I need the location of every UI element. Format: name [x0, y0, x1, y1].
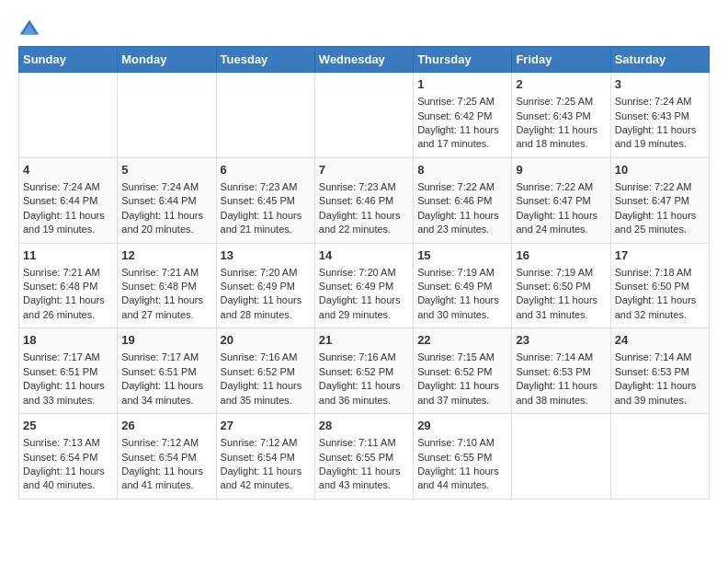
day-number: 10	[615, 162, 705, 178]
day-number: 11	[23, 247, 113, 264]
day-info: Sunrise: 7:22 AMSunset: 6:47 PMDaylight:…	[516, 180, 606, 237]
calendar-cell: 19Sunrise: 7:17 AMSunset: 6:51 PMDayligh…	[118, 328, 216, 414]
day-number: 26	[121, 418, 211, 434]
calendar-cell: 11Sunrise: 7:21 AMSunset: 6:48 PMDayligh…	[19, 243, 118, 328]
weekday-header-thursday: Thursday	[414, 47, 512, 73]
calendar-cell	[19, 73, 118, 158]
calendar-cell: 5Sunrise: 7:24 AMSunset: 6:44 PMDaylight…	[118, 157, 216, 243]
day-number: 5	[121, 162, 211, 178]
calendar-body: 1Sunrise: 7:25 AMSunset: 6:42 PMDaylight…	[19, 73, 710, 500]
day-info: Sunrise: 7:25 AMSunset: 6:43 PMDaylight:…	[516, 95, 606, 152]
day-info: Sunrise: 7:24 AMSunset: 6:44 PMDaylight:…	[121, 180, 211, 237]
calendar-cell: 10Sunrise: 7:22 AMSunset: 6:47 PMDayligh…	[610, 157, 709, 243]
calendar-cell: 15Sunrise: 7:19 AMSunset: 6:49 PMDayligh…	[414, 243, 512, 328]
day-number: 6	[221, 162, 311, 178]
day-info: Sunrise: 7:17 AMSunset: 6:51 PMDaylight:…	[23, 350, 113, 408]
day-number: 18	[23, 332, 113, 349]
day-number: 23	[516, 332, 606, 349]
day-info: Sunrise: 7:11 AMSunset: 6:55 PMDaylight:…	[319, 436, 409, 493]
day-number: 7	[319, 162, 409, 178]
calendar-week-row: 25Sunrise: 7:13 AMSunset: 6:54 PMDayligh…	[19, 414, 710, 500]
day-number: 3	[615, 76, 705, 93]
day-number: 22	[417, 332, 507, 349]
calendar-cell: 23Sunrise: 7:14 AMSunset: 6:53 PMDayligh…	[512, 328, 610, 414]
calendar-cell: 21Sunrise: 7:16 AMSunset: 6:52 PMDayligh…	[314, 328, 413, 414]
calendar-cell: 24Sunrise: 7:14 AMSunset: 6:53 PMDayligh…	[610, 328, 709, 414]
calendar-cell: 16Sunrise: 7:19 AMSunset: 6:50 PMDayligh…	[512, 243, 610, 328]
generalblue-logo-icon	[18, 18, 40, 37]
calendar-week-row: 1Sunrise: 7:25 AMSunset: 6:42 PMDaylight…	[19, 73, 710, 158]
calendar-cell: 2Sunrise: 7:25 AMSunset: 6:43 PMDaylight…	[512, 73, 610, 158]
calendar-cell: 28Sunrise: 7:11 AMSunset: 6:55 PMDayligh…	[314, 414, 413, 500]
day-number: 13	[221, 247, 311, 264]
calendar-week-row: 4Sunrise: 7:24 AMSunset: 6:44 PMDaylight…	[19, 157, 710, 243]
day-info: Sunrise: 7:17 AMSunset: 6:51 PMDaylight:…	[121, 350, 211, 408]
day-info: Sunrise: 7:23 AMSunset: 6:46 PMDaylight:…	[319, 180, 409, 237]
day-number: 1	[417, 76, 507, 93]
day-number: 16	[516, 247, 606, 264]
weekday-header-wednesday: Wednesday	[314, 47, 413, 73]
calendar-cell: 29Sunrise: 7:10 AMSunset: 6:55 PMDayligh…	[414, 414, 512, 500]
calendar-cell	[314, 73, 413, 158]
day-info: Sunrise: 7:14 AMSunset: 6:53 PMDaylight:…	[615, 350, 705, 408]
day-info: Sunrise: 7:20 AMSunset: 6:49 PMDaylight:…	[319, 266, 409, 323]
calendar-cell	[512, 414, 610, 500]
calendar-cell: 8Sunrise: 7:22 AMSunset: 6:46 PMDaylight…	[414, 157, 512, 243]
calendar-cell: 18Sunrise: 7:17 AMSunset: 6:51 PMDayligh…	[19, 328, 118, 414]
day-info: Sunrise: 7:18 AMSunset: 6:50 PMDaylight:…	[615, 266, 705, 323]
calendar-cell	[610, 414, 709, 500]
day-number: 15	[417, 247, 507, 264]
day-number: 9	[516, 162, 606, 178]
day-info: Sunrise: 7:19 AMSunset: 6:50 PMDaylight:…	[516, 266, 606, 323]
weekday-header-saturday: Saturday	[610, 47, 709, 73]
day-info: Sunrise: 7:21 AMSunset: 6:48 PMDaylight:…	[23, 266, 113, 323]
day-info: Sunrise: 7:22 AMSunset: 6:46 PMDaylight:…	[417, 180, 507, 237]
day-number: 14	[319, 247, 409, 264]
weekday-header-tuesday: Tuesday	[216, 47, 314, 73]
day-number: 4	[23, 162, 113, 178]
day-info: Sunrise: 7:12 AMSunset: 6:54 PMDaylight:…	[221, 436, 311, 493]
day-info: Sunrise: 7:22 AMSunset: 6:47 PMDaylight:…	[615, 180, 705, 237]
calendar-cell: 22Sunrise: 7:15 AMSunset: 6:52 PMDayligh…	[414, 328, 512, 414]
day-number: 17	[615, 247, 705, 264]
weekday-header-sunday: Sunday	[19, 47, 118, 73]
calendar-cell: 27Sunrise: 7:12 AMSunset: 6:54 PMDayligh…	[216, 414, 314, 500]
day-number: 19	[121, 332, 211, 349]
day-number: 24	[615, 332, 705, 349]
calendar-cell: 17Sunrise: 7:18 AMSunset: 6:50 PMDayligh…	[610, 243, 709, 328]
day-info: Sunrise: 7:12 AMSunset: 6:54 PMDaylight:…	[121, 436, 211, 493]
day-number: 2	[516, 76, 606, 93]
weekday-header-friday: Friday	[512, 47, 610, 73]
day-info: Sunrise: 7:24 AMSunset: 6:44 PMDaylight:…	[23, 180, 113, 237]
day-info: Sunrise: 7:20 AMSunset: 6:49 PMDaylight:…	[221, 266, 311, 323]
day-number: 12	[121, 247, 211, 264]
calendar-header: SundayMondayTuesdayWednesdayThursdayFrid…	[19, 47, 710, 73]
calendar-cell: 9Sunrise: 7:22 AMSunset: 6:47 PMDaylight…	[512, 157, 610, 243]
calendar-cell: 3Sunrise: 7:24 AMSunset: 6:43 PMDaylight…	[610, 73, 709, 158]
header	[18, 18, 710, 37]
day-info: Sunrise: 7:16 AMSunset: 6:52 PMDaylight:…	[221, 350, 311, 408]
day-number: 28	[319, 418, 409, 434]
day-info: Sunrise: 7:13 AMSunset: 6:54 PMDaylight:…	[23, 436, 113, 493]
calendar-cell: 6Sunrise: 7:23 AMSunset: 6:45 PMDaylight…	[216, 157, 314, 243]
day-info: Sunrise: 7:16 AMSunset: 6:52 PMDaylight:…	[319, 350, 409, 408]
day-info: Sunrise: 7:25 AMSunset: 6:42 PMDaylight:…	[417, 95, 507, 152]
calendar-cell	[118, 73, 216, 158]
day-info: Sunrise: 7:10 AMSunset: 6:55 PMDaylight:…	[417, 436, 507, 493]
calendar-cell: 1Sunrise: 7:25 AMSunset: 6:42 PMDaylight…	[414, 73, 512, 158]
day-info: Sunrise: 7:24 AMSunset: 6:43 PMDaylight:…	[615, 95, 705, 152]
logo	[18, 18, 44, 37]
day-info: Sunrise: 7:15 AMSunset: 6:52 PMDaylight:…	[417, 350, 507, 408]
day-number: 21	[319, 332, 409, 349]
day-number: 20	[221, 332, 311, 349]
calendar-cell: 25Sunrise: 7:13 AMSunset: 6:54 PMDayligh…	[19, 414, 118, 500]
calendar-cell: 20Sunrise: 7:16 AMSunset: 6:52 PMDayligh…	[216, 328, 314, 414]
day-number: 27	[221, 418, 311, 434]
day-number: 25	[23, 418, 113, 434]
calendar-cell: 4Sunrise: 7:24 AMSunset: 6:44 PMDaylight…	[19, 157, 118, 243]
calendar-week-row: 18Sunrise: 7:17 AMSunset: 6:51 PMDayligh…	[19, 328, 710, 414]
calendar-cell: 13Sunrise: 7:20 AMSunset: 6:49 PMDayligh…	[216, 243, 314, 328]
day-number: 29	[417, 418, 507, 434]
calendar-table: SundayMondayTuesdayWednesdayThursdayFrid…	[18, 46, 710, 500]
day-info: Sunrise: 7:21 AMSunset: 6:48 PMDaylight:…	[121, 266, 211, 323]
